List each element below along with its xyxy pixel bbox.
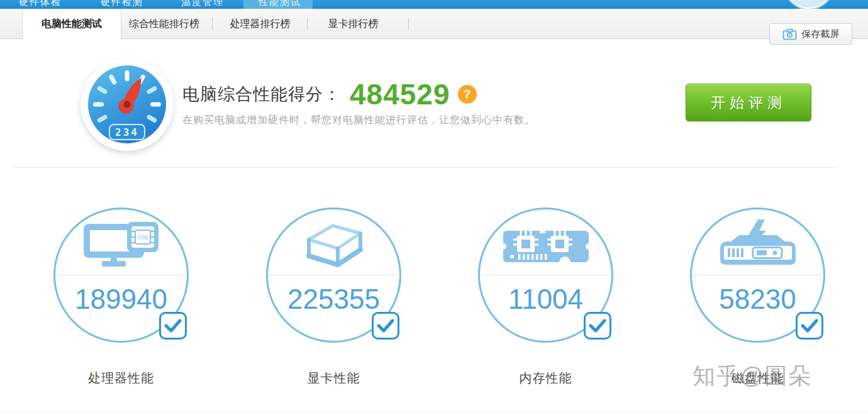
memory-score-value: 11004 (480, 284, 611, 315)
avatar[interactable] (784, 0, 833, 9)
bottom-divider (0, 411, 868, 412)
dashed-divider (482, 275, 609, 275)
top-nav-temperature[interactable]: 温度管理 (181, 0, 224, 8)
ssd-disk-icon (714, 218, 802, 274)
score-description: 在购买电脑或增加硬件时，帮您对电脑性能进行评估，让您做到心中有数。 (182, 114, 535, 127)
gpu-checkbox[interactable] (372, 312, 399, 340)
memory-performance-label: 内存性能 (478, 370, 613, 387)
camera-icon (782, 28, 797, 40)
svg-text:CPU: CPU (138, 235, 148, 241)
save-screenshot-button[interactable]: 保存截屏 (769, 23, 852, 45)
check-icon (164, 319, 182, 333)
disk-score-value: 58230 (692, 284, 823, 315)
performance-test-window: 硬件体检 硬件检测 温度管理 性能测试 电脑性能测试 综合性能排行榜 处理器排行… (0, 0, 868, 415)
ram-icon (502, 221, 590, 271)
dashed-divider (270, 275, 397, 275)
overall-score-value: 484529 (350, 77, 450, 111)
cpu-performance-label: 处理器性能 (53, 370, 189, 387)
section-divider (13, 167, 838, 168)
save-screenshot-label: 保存截屏 (802, 28, 840, 40)
dashed-divider (58, 275, 184, 275)
tab-pc-performance-test[interactable]: 电脑性能测试 (22, 9, 121, 40)
gpu-score-value: 225355 (268, 284, 399, 315)
start-benchmark-button[interactable]: 开始评测 (686, 84, 811, 121)
tab-overall-ranking[interactable]: 综合性能排行榜 (125, 9, 203, 39)
sub-tab-bar: 电脑性能测试 综合性能排行榜 处理器排行榜 显卡排行榜 保存截屏 (0, 9, 868, 39)
cpu-checkbox[interactable] (159, 312, 187, 340)
check-icon (377, 319, 394, 333)
top-nav-hardware-detect[interactable]: 硬件检测 (101, 0, 143, 8)
score-card-disk: 58230 磁盘性能 (690, 208, 825, 343)
top-nav-performance-test[interactable]: 性能测试 (259, 0, 301, 8)
gpu-performance-label: 显卡性能 (266, 370, 401, 387)
help-icon[interactable]: ? (458, 85, 477, 104)
tab-cpu-ranking[interactable]: 处理器排行榜 (225, 9, 296, 39)
gauge-readout: 234 (115, 126, 139, 138)
watermark: 知乎@圆朵 (693, 361, 813, 392)
top-nav-hardware-checkup[interactable]: 硬件体检 (19, 0, 62, 8)
cpu-monitor-icon: CPU (82, 221, 160, 271)
tab-divider (212, 18, 213, 30)
check-icon (801, 319, 818, 333)
tab-divider (408, 18, 409, 30)
score-card-cpu: CPU 189940 处理器性能 (53, 208, 189, 343)
disk-checkbox[interactable] (796, 312, 823, 340)
overall-score-title: 电脑综合性能得分： (182, 83, 341, 106)
gpu-box-icon (299, 219, 369, 272)
check-icon (589, 319, 606, 333)
tab-divider (307, 18, 308, 30)
score-card-memory: 11004 内存性能 (478, 208, 613, 343)
cpu-score-value: 189940 (55, 284, 187, 315)
score-card-gpu: 225355 显卡性能 (266, 208, 401, 343)
memory-checkbox[interactable] (584, 312, 611, 340)
app-top-nav: 硬件体检 硬件检测 温度管理 性能测试 (0, 0, 868, 9)
gauge-icon: 234 (81, 58, 174, 151)
tab-gpu-ranking[interactable]: 显卡排行榜 (321, 9, 386, 39)
dashed-divider (694, 275, 821, 275)
